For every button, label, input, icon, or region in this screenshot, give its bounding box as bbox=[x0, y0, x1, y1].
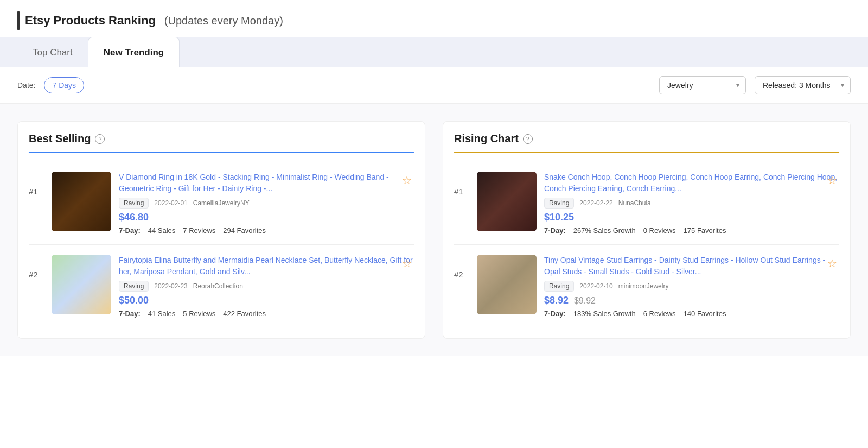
rising-price-2: $8.92 bbox=[544, 295, 569, 306]
rising-fav-button-1[interactable]: ☆ bbox=[825, 172, 839, 189]
rising-chart-column: Rising Chart ? #1 Snake Conch Hoop, Conc… bbox=[443, 121, 851, 339]
rising-reviews-1: 0 Reviews bbox=[643, 226, 676, 235]
page-title: Etsy Products Ranking bbox=[25, 14, 156, 28]
rising-reviews-2: 6 Reviews bbox=[643, 310, 676, 318]
rising-growth-2: 183% Sales Growth bbox=[573, 310, 636, 318]
rising-stats-label-1: 7-Day: bbox=[544, 226, 566, 235]
stat-favorites-1: 294 Favorites bbox=[223, 226, 266, 235]
rising-fav-button-2[interactable]: ☆ bbox=[825, 255, 839, 272]
stat-sales-1: 44 Sales bbox=[148, 226, 176, 235]
product-meta-2: Raving 2022-02-23 ReorahCollection bbox=[119, 281, 414, 292]
stats-label-1: 7-Day: bbox=[119, 226, 141, 235]
rising-info-2: Tiny Opal Vintage Stud Earrings - Dainty… bbox=[544, 255, 839, 318]
product-price-1: $46.80 bbox=[119, 212, 414, 223]
rising-shop-1[interactable]: NunaChula bbox=[618, 199, 651, 207]
title-accent bbox=[17, 11, 20, 30]
meta-date-1: 2022-02-01 bbox=[154, 199, 187, 207]
best-selling-item-2: #2 Fairytopia Elina Butterfly and Mermai… bbox=[29, 245, 414, 327]
product-thumbnail-1[interactable] bbox=[52, 172, 111, 231]
product-thumbnail-2[interactable] bbox=[52, 255, 111, 314]
category-select[interactable]: Jewelry Clothing Home & Living Art & Col… bbox=[659, 76, 746, 94]
product-title-2[interactable]: Fairytopia Elina Butterfly and Mermaidia… bbox=[119, 255, 414, 277]
raving-badge-1: Raving bbox=[119, 198, 149, 209]
tab-new-trending[interactable]: New Trending bbox=[88, 37, 180, 67]
rising-item-2: #2 Tiny Opal Vintage Stud Earrings - Dai… bbox=[454, 245, 839, 327]
page-header: Etsy Products Ranking (Updates every Mon… bbox=[0, 0, 868, 37]
best-selling-column: Best Selling ? #1 V Diamond Ring in 18K … bbox=[17, 121, 425, 339]
meta-date-2: 2022-02-23 bbox=[154, 282, 187, 290]
category-select-wrapper: Jewelry Clothing Home & Living Art & Col… bbox=[659, 76, 746, 94]
stat-sales-2: 41 Sales bbox=[148, 310, 176, 318]
rising-favorites-2: 140 Favorites bbox=[684, 310, 726, 318]
rising-item-1: #1 Snake Conch Hoop, Conch Hoop Piercing… bbox=[454, 162, 839, 245]
rising-chart-header: Rising Chart ? bbox=[454, 132, 839, 145]
filters-bar: Date: 7 Days Jewelry Clothing Home & Liv… bbox=[0, 67, 868, 104]
rising-title-1[interactable]: Snake Conch Hoop, Conch Hoop Piercing, C… bbox=[544, 172, 839, 194]
rising-rank-1: #1 bbox=[454, 172, 469, 196]
rising-favorites-1: 175 Favorites bbox=[684, 226, 726, 235]
best-selling-item-1: #1 V Diamond Ring in 18K Gold - Stacking… bbox=[29, 162, 414, 245]
stats-label-2: 7-Day: bbox=[119, 310, 141, 318]
favorite-button-2[interactable]: ☆ bbox=[400, 255, 414, 272]
best-selling-title: Best Selling bbox=[29, 132, 91, 145]
product-stats-2: 7-Day: 41 Sales 5 Reviews 422 Favorites bbox=[119, 310, 414, 318]
rising-thumbnail-2[interactable] bbox=[477, 255, 537, 314]
product-price-2: $50.00 bbox=[119, 295, 414, 306]
rising-date-2: 2022-02-10 bbox=[579, 282, 612, 290]
rising-meta-1: Raving 2022-02-22 NunaChula bbox=[544, 198, 839, 209]
product-info-2: Fairytopia Elina Butterfly and Mermaidia… bbox=[119, 255, 414, 318]
rising-price-row-2: $8.92 $9.92 bbox=[544, 295, 839, 306]
stat-reviews-2: 5 Reviews bbox=[183, 310, 215, 318]
released-select[interactable]: Released: 1 Month Released: 3 Months Rel… bbox=[755, 76, 851, 94]
rising-date-1: 2022-02-22 bbox=[579, 199, 612, 207]
rising-thumbnail-1[interactable] bbox=[477, 172, 537, 231]
stat-reviews-1: 7 Reviews bbox=[183, 226, 215, 235]
rank-label-2: #2 bbox=[29, 255, 44, 279]
rising-badge-1: Raving bbox=[544, 198, 574, 209]
favorite-button-1[interactable]: ☆ bbox=[400, 172, 414, 189]
tab-top-chart[interactable]: Top Chart bbox=[17, 37, 88, 67]
content-area: Best Selling ? #1 V Diamond Ring in 18K … bbox=[0, 104, 868, 356]
rising-info-1: Snake Conch Hoop, Conch Hoop Piercing, C… bbox=[544, 172, 839, 235]
page-subtitle: (Updates every Monday) bbox=[164, 15, 283, 27]
best-selling-header: Best Selling ? bbox=[29, 132, 414, 145]
rising-chart-divider bbox=[454, 152, 839, 153]
best-selling-help-icon[interactable]: ? bbox=[95, 134, 105, 144]
date-7days-button[interactable]: 7 Days bbox=[44, 77, 84, 93]
meta-shop-1[interactable]: CamelliaJewelryNY bbox=[193, 199, 250, 207]
meta-shop-2[interactable]: ReorahCollection bbox=[193, 282, 243, 290]
rank-label-1: #1 bbox=[29, 172, 44, 196]
rising-price-1: $10.25 bbox=[544, 212, 839, 223]
rising-chart-title: Rising Chart bbox=[454, 132, 519, 145]
rising-stats-label-2: 7-Day: bbox=[544, 310, 566, 318]
rising-title-2[interactable]: Tiny Opal Vintage Stud Earrings - Dainty… bbox=[544, 255, 839, 277]
rising-stats-2: 7-Day: 183% Sales Growth 6 Reviews 140 F… bbox=[544, 310, 839, 318]
product-info-1: V Diamond Ring in 18K Gold - Stacking Ri… bbox=[119, 172, 414, 235]
rising-meta-2: Raving 2022-02-10 minimoonJewelry bbox=[544, 281, 839, 292]
product-title-1[interactable]: V Diamond Ring in 18K Gold - Stacking Ri… bbox=[119, 172, 414, 194]
best-selling-divider bbox=[29, 152, 414, 153]
date-filter-label: Date: bbox=[17, 81, 35, 90]
rising-growth-1: 267% Sales Growth bbox=[573, 226, 636, 235]
rising-price-original-2: $9.92 bbox=[574, 296, 596, 305]
product-stats-1: 7-Day: 44 Sales 7 Reviews 294 Favorites bbox=[119, 226, 414, 235]
released-select-wrapper: Released: 1 Month Released: 3 Months Rel… bbox=[755, 76, 851, 94]
rising-stats-1: 7-Day: 267% Sales Growth 0 Reviews 175 F… bbox=[544, 226, 839, 235]
rising-shop-2[interactable]: minimoonJewelry bbox=[618, 282, 669, 290]
raving-badge-2: Raving bbox=[119, 281, 149, 292]
rising-chart-help-icon[interactable]: ? bbox=[523, 134, 533, 144]
title-bar: Etsy Products Ranking (Updates every Mon… bbox=[17, 11, 283, 30]
stat-favorites-2: 422 Favorites bbox=[223, 310, 266, 318]
tabs-bar: Top Chart New Trending bbox=[0, 37, 868, 67]
rising-rank-2: #2 bbox=[454, 255, 469, 279]
product-meta-1: Raving 2022-02-01 CamelliaJewelryNY bbox=[119, 198, 414, 209]
rising-badge-2: Raving bbox=[544, 281, 574, 292]
